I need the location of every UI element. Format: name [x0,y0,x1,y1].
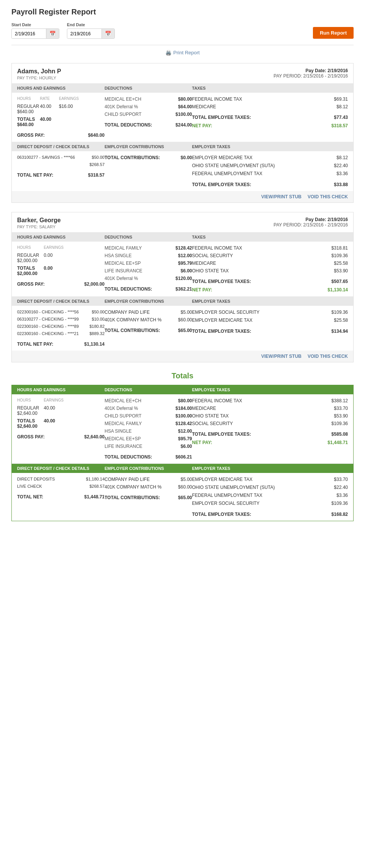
total-employer-taxes-row-adams: TOTAL EMPLOYER TAXES: $33.88 [192,182,348,187]
deduction-row-3-barker: MEDICAL EE+SP $95.79 [105,261,192,266]
he-regular-row-adams: REGULAR 40.00 $16.00 $640.00 [17,104,105,114]
hours-earnings-col-adams: HOURS RATE EARNINGS REGULAR 40.00 $16.00… [17,96,105,138]
end-date-calendar-button[interactable]: 📅 [102,29,114,38]
section1-body-barker: HOURS EARNINGS REGULAR 0.00 $2,000.00 TO… [12,242,353,297]
emp-tax-row-2-barker: EMPLOYER MEDICARE TAX $25.58 [192,318,348,323]
emp-tax-label-2: OHIO STATE UNEMPLOYMENT (SUTA) [192,163,275,168]
section2-col3-header-barker: EMPLOYER TAXES [192,299,348,304]
dd-row-2-adams: $268.57 [17,162,105,167]
ded-val-3: $100.00 [176,112,192,117]
total-emp-tax-val-barker: $134.94 [332,329,348,334]
run-report-button[interactable]: Run Report [313,27,354,39]
employee-pay-period-barker: PAY PERIOD: 2/15/2016 - 2/19/2016 [274,222,348,228]
totals-gross-pay-label: GROSS PAY: [17,434,44,440]
total-net-pay-row-adams: TOTAL NET PAY: $318.57 [17,172,105,178]
ded-val-1: $80.00 [178,96,192,102]
print-report-link[interactable]: 🖨️ Print Report [165,50,200,55]
totals-section2-col2-header: EMPLOYER CONTRIBUTIONS [105,466,192,471]
end-date-group: End Date 📅 [67,22,115,39]
tax-val-2: $8.12 [336,104,348,109]
total-employer-taxes-row-barker: TOTAL EMPLOYER TAXES: $134.94 [192,329,348,334]
employer-contributions-col-adams: TOTAL CONTRIBUTIONS: $0.00 [105,155,192,160]
dd-label-1-adams: 063100277 - SAVINGS - ****66 [17,155,75,160]
total-ded-label-barker: TOTAL DEDUCTIONS: [105,286,152,292]
start-date-input[interactable] [12,29,46,38]
ded-label-2: 401K Deferral % [105,104,138,109]
he-totals-label-b: TOTALS [17,266,44,271]
totals-tax-row-4: SOCIAL SECURITY $109.36 [192,421,348,426]
totals-gross-pay-val: $2,640.00 [84,434,105,440]
totals-taxes-col: FEDERAL INCOME TAX $388.12 MEDICARE $33.… [192,398,348,445]
emp-tax-val-3: $3.36 [336,171,348,176]
calendar-icon: 📅 [105,31,111,36]
deduction-row-4-barker: LIFE INSURANCE $6.00 [105,268,192,274]
section2-col2-header-adams: EMPLOYER CONTRIBUTIONS [105,144,192,149]
tax-val-1: $69.31 [334,96,348,102]
he-hours-label: HOURS [17,96,40,101]
emp-tax-row-3-adams: FEDERAL UNEMPLOYMENT TAX $3.36 [192,171,348,176]
emp-tax-val-2: $22.40 [334,163,348,168]
start-date-calendar-button[interactable]: 📅 [46,29,59,38]
section2-body-barker: 022300160 - CHECKING - ****56 $50.00 063… [12,306,353,351]
void-check-link-adams[interactable]: VOID THIS CHECK [308,194,348,199]
tax-row-4-barker: OHIO STATE TAX $53.90 [192,268,348,274]
he-earnings-label: EARNINGS [59,96,89,101]
total-contributions-row-adams: TOTAL CONTRIBUTIONS: $0.00 [105,155,192,160]
deduction-row-1-adams: MEDICAL EE+CH $80.00 [105,96,192,102]
employee-pay-info-adams: Pay Date: 2/19/2016 PAY PERIOD: 2/15/201… [274,68,348,79]
void-check-link-barker[interactable]: VOID THIS CHECK [308,354,348,359]
he-totals-earnings-spacer [59,117,89,122]
he-totals-row-adams: TOTALS 40.00 $640.00 [17,117,105,127]
end-date-input[interactable] [67,29,102,38]
totals-total-contrib-label: TOTAL CONTRIBUTIONS: [105,495,160,500]
section2-headers-adams: DIRECT DEPOSIT / CHECK DETAILS EMPLOYER … [12,142,353,151]
he-regular-earnings-b: $2,000.00 [17,258,44,263]
emp-tax-row-2-adams: OHIO STATE UNEMPLOYMENT (SUTA) $22.40 [192,163,348,168]
total-net-pay-val-barker: $1,130.14 [84,342,105,347]
totals-total-tax-row: TOTAL EMPLOYEE TAXES: $585.08 [192,432,348,437]
totals-section2-col3-header: EMPLOYER TAXES [192,466,348,471]
total-net-pay-row-barker: TOTAL NET PAY: $1,130.14 [17,342,105,347]
section2-col2-header-barker: EMPLOYER CONTRIBUTIONS [105,299,192,304]
totals-col2-header: DEDUCTIONS [105,387,192,392]
section1-col3-header-barker: TAXES [192,235,348,239]
net-pay-val-barker: $1,130.14 [328,287,348,292]
totals-total-emp-taxes-row: TOTAL EMPLOYER TAXES: $168.82 [192,512,348,517]
total-net-pay-label-adams: TOTAL NET PAY: [17,172,53,178]
he-regular-row-barker: REGULAR 0.00 $2,000.00 [17,253,105,263]
gross-pay-row-barker: GROSS PAY: $2,000.00 [17,281,105,287]
total-tax-row-barker: TOTAL EMPLOYEE TAXES: $507.65 [192,279,348,284]
view-print-stub-link-adams[interactable]: VIEW/PRINT STUB [261,194,302,199]
totals-total-contrib-val: $65.00 [178,495,192,500]
totals-ded-row-7: LIFE INSURANCE $6.00 [105,444,192,449]
contrib-row-2-barker: 401K COMPANY MATCH % $60.00 [105,317,192,323]
section2-body-adams: 063100277 - SAVINGS - ****66 $50.00 $268… [12,151,353,191]
totals-contrib-row-2: 401K COMPANY MATCH % $60.00 [105,484,192,490]
total-tax-label-adams: TOTAL EMPLOYEE TAXES: [192,115,251,120]
net-pay-row-adams: NET PAY: $318.57 [192,123,348,128]
section1-col2-header-barker: DEDUCTIONS [105,235,192,239]
total-emp-tax-val-adams: $33.88 [334,182,348,187]
tax-row-2-barker: SOCIAL SECURITY $109.36 [192,253,348,258]
filters-row: Start Date 📅 End Date 📅 Run Report [11,22,354,39]
net-pay-row-barker: NET PAY: $1,130.14 [192,287,348,292]
deduction-row-3-adams: CHILD SUPPORT $100.00 [105,112,192,117]
totals-emp-tax-row-3: FEDERAL UNEMPLOYMENT TAX $3.36 [192,493,348,498]
totals-tax-row-3: OHIO STATE TAX $53.90 [192,413,348,419]
totals-ded-row-2: 401K Deferral % $184.00 [105,406,192,411]
total-tax-row-adams: TOTAL EMPLOYEE TAXES: $77.43 [192,115,348,120]
view-print-stub-link-barker[interactable]: VIEW/PRINT STUB [261,354,302,359]
employer-taxes-col-barker: EMPLOYER SOCIAL SECURITY $109.36 EMPLOYE… [192,310,348,334]
deduction-row-2-barker: HSA SINGLE $12.00 [105,253,192,258]
totals-contrib-col: COMPANY PAID LIFE $5.00 401K COMPANY MAT… [105,477,192,500]
hours-earnings-col-barker: HOURS EARNINGS REGULAR 0.00 $2,000.00 TO… [17,245,105,287]
gross-pay-row-adams: GROSS PAY: $640.00 [17,133,105,138]
totals-total-net-label: TOTAL NET: [17,494,43,500]
section2-col1-header-adams: DIRECT DEPOSIT / CHECK DETAILS [17,144,105,149]
dd-val-1-adams: $50.00 [92,155,105,160]
employee-pay-date-adams: Pay Date: 2/19/2016 [274,68,348,73]
he-rate-label: RATE [40,96,59,101]
total-emp-tax-label-barker: TOTAL EMPLOYER TAXES: [192,329,251,334]
employee-pay-period-adams: PAY PERIOD: 2/15/2016 - 2/19/2016 [274,73,348,79]
total-contrib-label-adams: TOTAL CONTRIBUTIONS: [105,155,160,160]
